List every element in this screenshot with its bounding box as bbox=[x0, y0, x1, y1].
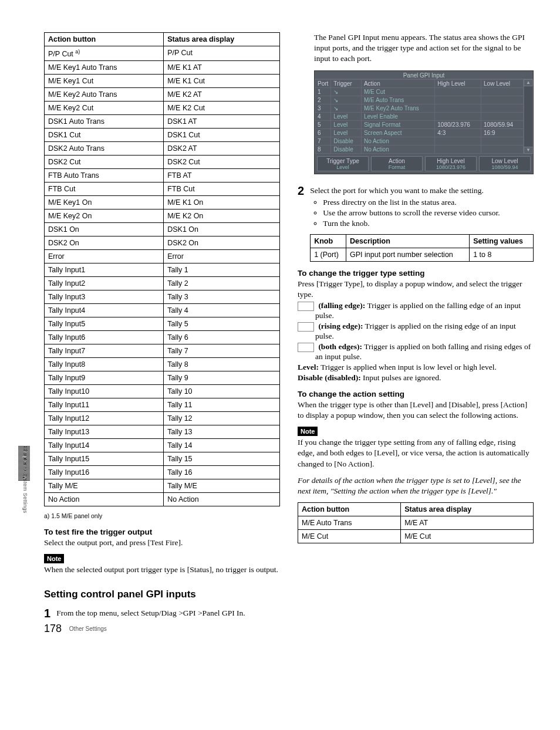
trigger-item: (falling edge): Trigger is applied on th… bbox=[298, 301, 534, 320]
panel-cell bbox=[481, 145, 524, 153]
table-row: DSK2 OnDSK2 On bbox=[45, 236, 280, 250]
table-cell: M/E Key1 On bbox=[45, 196, 164, 209]
table-cell: M/E K2 AT bbox=[164, 88, 280, 102]
panel-cell: M/E Cut bbox=[361, 87, 434, 96]
table-cell: Tally 12 bbox=[164, 412, 280, 425]
trigger-heading: To change the trigger type setting bbox=[298, 269, 534, 278]
trigger-item: (both edges): Trigger is applied on both… bbox=[298, 342, 534, 361]
panel-header: Port bbox=[315, 79, 331, 87]
footer-section: Other Settings bbox=[69, 626, 107, 632]
table-cell: Tally Input5 bbox=[45, 317, 164, 331]
panel-cell bbox=[435, 96, 481, 104]
table-cell: DSK2 Cut bbox=[45, 156, 164, 169]
panel-cell bbox=[435, 104, 481, 112]
note-text: When the selected output port trigger ty… bbox=[44, 565, 280, 575]
note-badge: Note bbox=[298, 427, 318, 436]
panel-button: Trigger TypeLevel bbox=[317, 156, 369, 171]
panel-button: ActionFormat bbox=[371, 156, 423, 171]
table-row: M/E CutM/E Cut bbox=[298, 530, 534, 543]
panel-gpi-input-screenshot: Panel GPI Input PortTriggerActionHigh Le… bbox=[314, 70, 534, 174]
panel-cell bbox=[481, 87, 524, 96]
table-cell: M/E K1 AT bbox=[164, 61, 280, 75]
panel-cell: 2 bbox=[315, 96, 331, 104]
table-cell: M/E K1 On bbox=[164, 196, 280, 209]
panel-cell: M/E Key2 Auto Trans bbox=[361, 104, 434, 112]
table-row: Tally Input3Tally 3 bbox=[45, 290, 280, 304]
panel-cell: M/E Auto Trans bbox=[361, 96, 434, 104]
table-cell: DSK1 AT bbox=[164, 115, 280, 129]
trigger-text: Press [Trigger Type], to display a popup… bbox=[298, 279, 534, 300]
panel-cell: No Action bbox=[361, 137, 434, 145]
table-row: Tally Input2Tally 2 bbox=[45, 277, 280, 290]
panel-cell: 6 bbox=[315, 129, 331, 137]
table-cell: Tally 7 bbox=[164, 344, 280, 358]
panel-cell bbox=[481, 112, 524, 120]
panel-cell bbox=[481, 104, 524, 112]
panel-row: 8DisableNo Action bbox=[315, 145, 524, 153]
table-row: Tally Input6Tally 6 bbox=[45, 331, 280, 344]
table-row: M/E Key1 CutM/E K1 Cut bbox=[45, 75, 280, 88]
bullet-item: Turn the knob. bbox=[323, 219, 534, 228]
table-cell: Tally 14 bbox=[164, 439, 280, 452]
table-cell: Tally Input13 bbox=[45, 425, 164, 439]
trigger-item: (rising edge): Trigger is applied on the… bbox=[298, 322, 534, 341]
table-row: P/P Cut a)P/P Cut bbox=[45, 46, 280, 61]
table-cell: Tally Input10 bbox=[45, 385, 164, 398]
table-row: Tally Input14Tally 14 bbox=[45, 439, 280, 452]
table-cell: Tally Input15 bbox=[45, 452, 164, 466]
step-2: 2 Select the port for which you want to … bbox=[298, 185, 534, 262]
table-cell: No Action bbox=[164, 493, 280, 506]
table-row: DSK1 OnDSK1 On bbox=[45, 223, 280, 236]
note-badge: Note bbox=[44, 554, 64, 563]
scroll-down-icon: ▼ bbox=[524, 147, 533, 154]
panel-row: 5LevelSignal Format1080/23.9761080/59.94 bbox=[315, 120, 524, 129]
step-text: Select the port for which you want to ma… bbox=[310, 186, 484, 195]
table-header: Setting values bbox=[470, 234, 534, 248]
action-button-table-right: Action buttonStatus area display M/E Aut… bbox=[298, 502, 534, 543]
panel-cell: Signal Format bbox=[361, 120, 434, 129]
table-header: Status area display bbox=[401, 503, 534, 516]
table-cell: Tally Input14 bbox=[45, 439, 164, 452]
test-fire-text: Select the output port, and press [Test … bbox=[44, 538, 280, 548]
table-row: Tally Input9Tally 9 bbox=[45, 371, 280, 385]
bullet-item: Use the arrow buttons to scroll the reve… bbox=[323, 208, 534, 218]
panel-button: Low Level1080/59.94 bbox=[479, 156, 531, 171]
table-row: No ActionNo Action bbox=[45, 493, 280, 506]
panel-header: Low Level bbox=[481, 79, 524, 87]
panel-cell: 1080/59.94 bbox=[481, 120, 524, 129]
table-cell: DSK2 On bbox=[164, 236, 280, 250]
trigger-item: Level: Trigger is applied when input is … bbox=[298, 363, 534, 372]
table-row: DSK2 CutDSK2 Cut bbox=[45, 156, 280, 169]
panel-row: 6LevelScreen Aspect4:316:9 bbox=[315, 129, 524, 137]
table-cell: Tally 16 bbox=[164, 466, 280, 479]
panel-cell: 4 bbox=[315, 112, 331, 120]
table-row: Tally Input15Tally 15 bbox=[45, 452, 280, 466]
table-cell: 1 to 8 bbox=[470, 248, 534, 261]
table-row: Tally Input10Tally 10 bbox=[45, 385, 280, 398]
panel-cell: Disable bbox=[331, 137, 362, 145]
table-header: Action button bbox=[298, 503, 401, 516]
table-cell: M/E K2 Cut bbox=[164, 102, 280, 115]
panel-cell bbox=[435, 145, 481, 153]
table-cell: DSK2 On bbox=[45, 236, 164, 250]
table-cell: Tally M/E bbox=[45, 479, 164, 493]
table-cell: Tally 15 bbox=[164, 452, 280, 466]
edge-icon bbox=[298, 343, 314, 352]
panel-header: High Level bbox=[435, 79, 481, 87]
panel-cell: 1080/23.976 bbox=[435, 120, 481, 129]
table-cell: M/E Key1 Auto Trans bbox=[45, 61, 164, 75]
trigger-item: Disable (disabled): Input pulses are ign… bbox=[298, 373, 534, 383]
table-cell: Tally 11 bbox=[164, 398, 280, 412]
table-row: Tally M/ETally M/E bbox=[45, 479, 280, 493]
table-cell: P/P Cut a) bbox=[45, 46, 164, 61]
table-cell: Tally Input2 bbox=[45, 277, 164, 290]
panel-button: High Level1080/23.976 bbox=[425, 156, 477, 171]
test-fire-heading: To test fire the trigger output bbox=[44, 528, 280, 536]
table-cell: Tally Input8 bbox=[45, 358, 164, 371]
table-row: DSK1 Auto TransDSK1 AT bbox=[45, 115, 280, 129]
panel-cell: 7 bbox=[315, 137, 331, 145]
table-row: M/E Auto TransM/E AT bbox=[298, 516, 534, 530]
table-cell: Error bbox=[45, 250, 164, 263]
table-cell: Tally Input11 bbox=[45, 398, 164, 412]
table-cell: Tally M/E bbox=[164, 479, 280, 493]
